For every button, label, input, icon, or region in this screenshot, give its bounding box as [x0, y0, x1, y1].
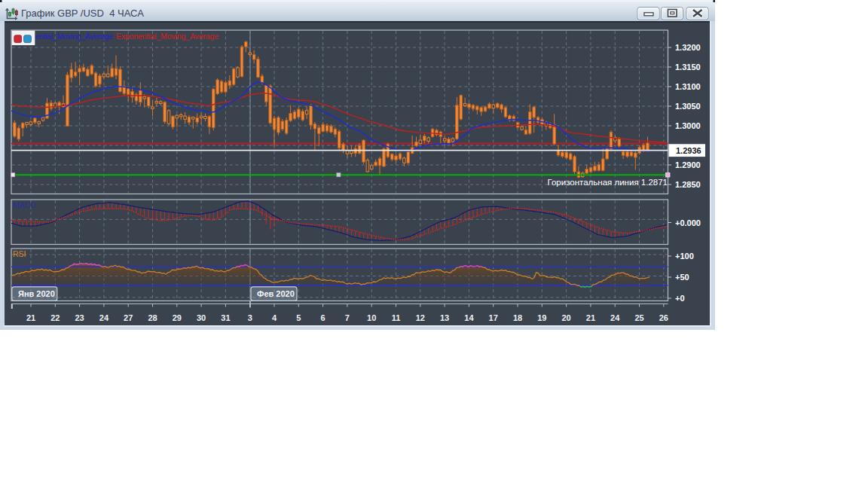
- svg-text:1.3000: 1.3000: [675, 121, 701, 130]
- svg-text:10: 10: [367, 313, 376, 322]
- svg-text:1.3150: 1.3150: [675, 63, 701, 72]
- svg-text:ential_Moving_Average: ential_Moving_Average: [35, 32, 113, 41]
- svg-text:Exponential_Moving_Average: Exponential_Moving_Average: [116, 32, 219, 41]
- svg-text:1.2850: 1.2850: [675, 180, 701, 189]
- svg-text:1.2936: 1.2936: [676, 146, 701, 155]
- svg-text:12: 12: [416, 313, 425, 322]
- svg-text:График GBP /USD 4 ЧАСА: График GBP /USD 4 ЧАСА: [21, 8, 144, 19]
- svg-text:RSI: RSI: [13, 249, 26, 258]
- svg-text:Янв 2020: Янв 2020: [18, 289, 55, 298]
- svg-text:28: 28: [148, 313, 157, 322]
- svg-text:1.3100: 1.3100: [675, 82, 701, 91]
- svg-text:27: 27: [124, 313, 133, 322]
- svg-text:4: 4: [272, 313, 277, 322]
- svg-text:5: 5: [296, 313, 301, 322]
- svg-text:22: 22: [50, 313, 60, 322]
- svg-text:+0.000: +0.000: [675, 218, 701, 227]
- svg-text:MACD: MACD: [13, 200, 36, 209]
- svg-text:11: 11: [392, 313, 401, 322]
- svg-text:20: 20: [561, 313, 570, 322]
- svg-text:26: 26: [659, 313, 668, 322]
- svg-text:23: 23: [75, 313, 84, 322]
- svg-text:24: 24: [99, 313, 109, 322]
- svg-text:18: 18: [513, 313, 522, 322]
- svg-text:6: 6: [321, 313, 326, 322]
- svg-text:1.3200: 1.3200: [675, 43, 701, 52]
- svg-text:+50: +50: [675, 273, 689, 282]
- svg-text:+0: +0: [675, 294, 685, 303]
- svg-text:17: 17: [489, 313, 498, 322]
- svg-text:Горизонтальная линия 1.2871: Горизонтальная линия 1.2871: [548, 178, 668, 187]
- svg-text:+100: +100: [675, 252, 694, 261]
- svg-text:21: 21: [586, 313, 595, 322]
- svg-text:13: 13: [440, 313, 449, 322]
- svg-text:Фев 2020: Фев 2020: [257, 289, 295, 298]
- svg-text:14: 14: [464, 313, 474, 322]
- svg-text:29: 29: [173, 313, 182, 322]
- svg-text:7: 7: [345, 313, 350, 322]
- svg-text:30: 30: [197, 313, 206, 322]
- svg-text:31: 31: [221, 313, 230, 322]
- svg-text:19: 19: [537, 313, 546, 322]
- svg-text:21: 21: [26, 313, 35, 322]
- svg-text:1.2900: 1.2900: [675, 160, 701, 169]
- svg-text:3: 3: [248, 313, 252, 322]
- svg-text:1.3050: 1.3050: [675, 102, 701, 111]
- svg-text:25: 25: [634, 313, 643, 322]
- svg-text:24: 24: [610, 313, 620, 322]
